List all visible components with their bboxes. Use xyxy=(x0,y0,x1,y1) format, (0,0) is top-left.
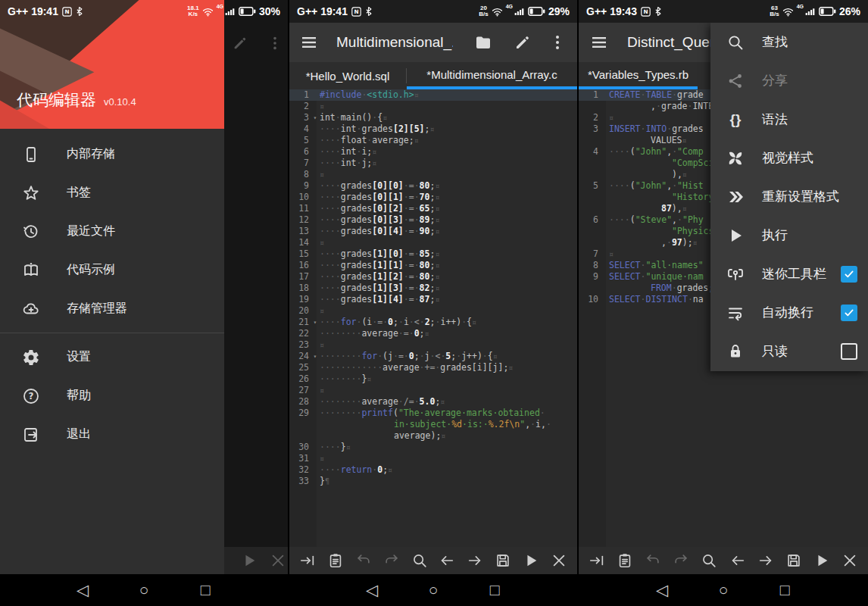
nav-back-button[interactable]: ◁ xyxy=(653,581,671,599)
code-line: 15····grades[1][0]·=·85;¤ xyxy=(289,248,577,260)
fold-gutter xyxy=(311,464,320,476)
nav-home-button[interactable]: ○ xyxy=(714,581,732,599)
overflow-menu-icon xyxy=(267,35,285,53)
menu-item[interactable]: 查找 xyxy=(710,23,868,61)
code-line: 1#include·<stdio.h>¤ xyxy=(289,89,577,101)
undo-icon[interactable] xyxy=(354,551,373,570)
run-icon[interactable] xyxy=(813,551,831,570)
run-icon[interactable] xyxy=(522,551,540,570)
code-line: 16····grades[1][1]·=·80;¤ xyxy=(289,260,577,271)
drawer-divider xyxy=(0,333,224,333)
code-line: 33}¶ xyxy=(289,476,577,487)
editor-tab[interactable]: *Multidimensional_Array.c xyxy=(407,62,577,89)
menu-item-label: 查找 xyxy=(762,33,788,51)
tab-jump-icon[interactable] xyxy=(588,551,606,570)
tab-label: *Variables_Types.rb xyxy=(588,68,688,81)
code-samples-icon xyxy=(21,261,41,280)
menu-item[interactable]: 迷你工具栏 xyxy=(710,255,868,293)
code-editor[interactable]: 1#include·<stdio.h>¤2¤3▾int·main()·{¤4··… xyxy=(289,89,577,547)
history-icon xyxy=(21,222,41,242)
checkbox-checked[interactable] xyxy=(841,305,857,321)
tab-jump-icon[interactable] xyxy=(298,551,317,570)
line-number: 2 xyxy=(289,101,311,112)
menu-item[interactable]: 分享 xyxy=(710,61,868,100)
nav-recents-button[interactable]: □ xyxy=(776,581,794,599)
nav-back-button[interactable]: ◁ xyxy=(363,581,381,599)
arrow-left-icon[interactable] xyxy=(729,551,747,570)
fold-gutter xyxy=(600,101,609,112)
code-text: ,·97);¤ xyxy=(609,237,698,248)
edit-pencil-icon[interactable] xyxy=(514,33,532,52)
code-line: 8¤ xyxy=(289,169,577,180)
code-text: ····("John",·"Hist xyxy=(609,180,704,192)
fold-arrow-icon[interactable]: ▾ xyxy=(311,112,320,123)
overflow-menu-icon[interactable] xyxy=(548,33,567,52)
line-number xyxy=(579,101,600,112)
fold-gutter xyxy=(311,305,320,317)
line-number: 19 xyxy=(289,294,311,305)
drawer-item[interactable]: ?帮助 xyxy=(0,376,224,415)
code-text: VALUES¤ xyxy=(609,135,687,146)
drawer-item[interactable]: 书签 xyxy=(0,173,224,212)
arrow-right-icon[interactable] xyxy=(757,551,775,570)
arrow-right-icon[interactable] xyxy=(466,551,484,570)
fold-gutter xyxy=(600,294,609,305)
fold-arrow-icon[interactable]: ▾ xyxy=(311,317,320,328)
battery-icon xyxy=(819,7,836,16)
nav-back-button[interactable]: ◁ xyxy=(73,581,92,599)
redo-icon[interactable] xyxy=(672,551,690,570)
drawer-item[interactable]: 内部存储 xyxy=(0,135,224,173)
redo-icon[interactable] xyxy=(382,551,401,570)
checkbox-checked[interactable] xyxy=(841,266,857,283)
fold-gutter xyxy=(311,442,320,453)
menu-item[interactable]: 自动换行 xyxy=(710,293,868,332)
code-text: ········average·/=·5.0;¤ xyxy=(320,396,445,408)
menu-item-label: 重新设置格式 xyxy=(762,188,839,205)
drawer-item[interactable]: 退出 xyxy=(0,415,224,454)
line-number xyxy=(579,237,600,248)
code-line: 30····}¤ xyxy=(289,442,577,453)
save-icon[interactable] xyxy=(785,551,803,570)
drawer-item[interactable]: 设置 xyxy=(0,338,224,376)
search-icon[interactable] xyxy=(411,551,429,570)
fold-arrow-icon[interactable]: ▾ xyxy=(311,351,320,362)
fold-gutter xyxy=(600,214,609,226)
dimmed-toolbar xyxy=(224,547,288,574)
drawer-item[interactable]: 最近文件 xyxy=(0,212,224,251)
search-icon[interactable] xyxy=(700,551,718,570)
code-text: ¤ xyxy=(320,339,324,351)
tab-label: *Hello_World.sql xyxy=(306,70,390,83)
paste-icon[interactable] xyxy=(326,551,345,570)
menu-item[interactable]: 视觉样式 xyxy=(710,139,868,177)
nav-recents-button[interactable]: □ xyxy=(486,581,504,599)
nfc-icon: N xyxy=(62,7,72,17)
close-icon[interactable] xyxy=(841,551,859,570)
menu-item[interactable]: 只读 xyxy=(710,332,868,370)
menu-item[interactable]: {}语法 xyxy=(710,100,868,139)
fold-gutter xyxy=(311,283,320,294)
run-icon xyxy=(241,552,259,570)
editor-tab[interactable]: *Variables_Types.rb xyxy=(579,62,698,89)
fold-gutter xyxy=(311,271,320,283)
hamburger-menu-icon[interactable] xyxy=(589,33,609,52)
nav-recents-button[interactable]: □ xyxy=(196,581,214,599)
drawer-item[interactable]: 存储管理器 xyxy=(0,289,224,328)
menu-item[interactable]: 执行 xyxy=(710,216,868,255)
nav-home-button[interactable]: ○ xyxy=(135,581,153,599)
line-number: 8 xyxy=(289,169,311,180)
close-icon[interactable] xyxy=(550,551,568,570)
drawer-item[interactable]: 代码示例 xyxy=(0,251,224,289)
save-icon[interactable] xyxy=(494,551,512,570)
nav-home-button[interactable]: ○ xyxy=(424,581,442,599)
undo-icon[interactable] xyxy=(644,551,662,570)
open-folder-icon[interactable] xyxy=(474,33,492,52)
menu-item-label: 执行 xyxy=(762,226,788,244)
checkbox-unchecked[interactable] xyxy=(841,343,857,360)
arrow-left-icon[interactable] xyxy=(438,551,456,570)
hamburger-menu-icon[interactable] xyxy=(300,33,318,52)
menu-item[interactable]: 重新设置格式 xyxy=(710,177,868,216)
fold-gutter xyxy=(311,453,320,464)
svg-text:N: N xyxy=(64,8,69,15)
editor-tab[interactable]: *Hello_World.sql xyxy=(289,62,406,89)
paste-icon[interactable] xyxy=(616,551,634,570)
